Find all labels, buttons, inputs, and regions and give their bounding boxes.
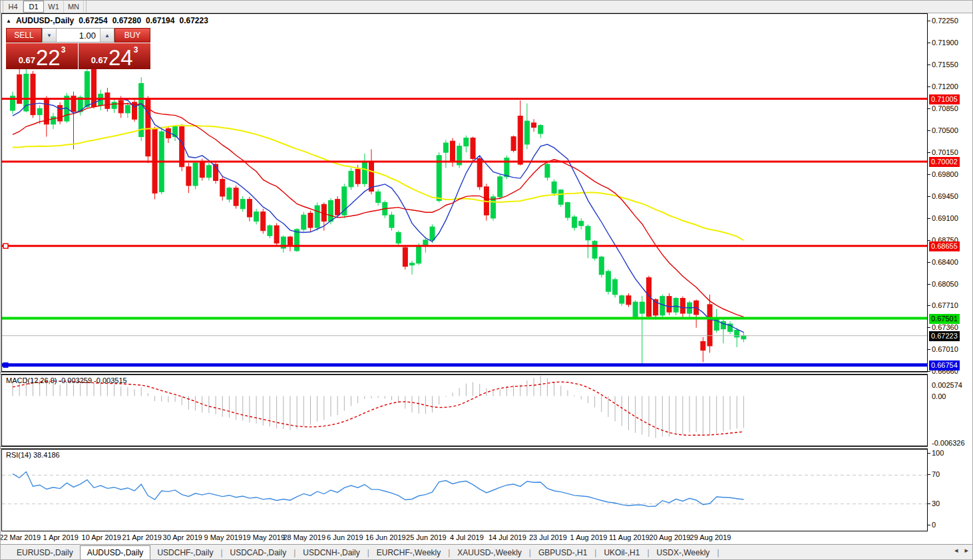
price-tick-label: 0.71900: [932, 39, 958, 47]
volume-decrease-button[interactable]: ▼: [43, 29, 57, 42]
candle: [524, 104, 529, 150]
volume-increase-button[interactable]: ▲: [100, 29, 114, 42]
candle: [342, 184, 347, 218]
candle: [335, 196, 340, 217]
buy-quote-button[interactable]: 0.67 24 3: [79, 43, 150, 69]
chart-ohlc-header: ▲ AUDUSD-,Daily 0.67254 0.67280 0.67194 …: [6, 16, 208, 25]
price-tick-label: 0.71550: [932, 61, 958, 69]
date-tick-label: 1 Aug 2019: [570, 533, 608, 541]
buy-button[interactable]: BUY: [114, 28, 150, 43]
candle: [349, 168, 353, 190]
toolbar-separator: [84, 1, 87, 13]
chart-window: ▲ AUDUSD-,Daily 0.67254 0.67280 0.67194 …: [1, 13, 973, 544]
candle: [51, 113, 56, 129]
candle: [606, 269, 610, 295]
rsi-indicator-panel[interactable]: RSI(14) 38.4186: [1, 449, 928, 531]
axis-tick-mark: [928, 349, 930, 350]
ohlc-close: 0.67223: [179, 16, 208, 25]
price-tick-label: 0.72250: [932, 17, 958, 25]
candle: [498, 174, 502, 200]
candle: [707, 295, 712, 353]
collapse-triangle-icon[interactable]: ▲: [6, 18, 11, 24]
timeframe-button-d1[interactable]: D1: [23, 1, 44, 13]
chart-tab-bar: EURUSD-,DailyAUDUSD-,DailyUSDCHF-,Daily|…: [1, 544, 973, 560]
timeframe-button-w1[interactable]: W1: [44, 1, 64, 13]
timeframe-button-h4[interactable]: H4: [3, 1, 23, 13]
axis-tick-mark: [928, 371, 930, 372]
time-axis[interactable]: 22 Mar 20191 Apr 201910 Apr 201921 Apr 2…: [1, 531, 927, 544]
buy-pips: 24: [108, 48, 133, 68]
chart-tab-usdx[interactable]: USDX-,Weekly: [650, 546, 717, 559]
candle: [186, 163, 191, 193]
tab-scroll-left-icon[interactable]: ◂: [954, 546, 958, 555]
price-tick-label: 0.70150: [932, 148, 958, 156]
chart-tab-usdcad[interactable]: USDCAD-,Daily: [224, 546, 293, 559]
bid-price-badge: 0.67223: [929, 331, 960, 341]
price-tick-label: 0.69450: [932, 192, 958, 200]
axis-tick-mark: [928, 474, 930, 475]
date-tick-label: 11 Aug 2019: [609, 533, 650, 541]
ohlc-low: 0.67194: [146, 16, 174, 25]
candle: [532, 119, 536, 132]
macd-chart-canvas[interactable]: [2, 375, 927, 446]
candle: [44, 96, 49, 136]
candle: [620, 295, 624, 306]
ma-line-mid-red: [13, 104, 743, 317]
candle: [315, 202, 319, 230]
level-price-badge: 0.68655: [929, 241, 960, 251]
macd-signal-line: [13, 381, 743, 435]
candle: [694, 299, 699, 327]
sell-quote-button[interactable]: 0.67 22 3: [6, 43, 78, 69]
macd-indicator-panel[interactable]: MACD(12,26,9) -0.003259 -0.003515: [1, 374, 928, 446]
chart-tab-eurchf[interactable]: EURCHF-,Weekly: [370, 546, 447, 559]
rsi-axis-label: 100: [932, 449, 944, 457]
buy-pipette: 3: [134, 45, 138, 55]
candle: [511, 136, 516, 152]
volume-stepper: ▼ 1.00 ▲: [42, 28, 114, 43]
volume-input[interactable]: 1.00: [57, 29, 100, 42]
price-tick-label: 0.67360: [932, 323, 958, 331]
sell-button[interactable]: SELL: [6, 28, 42, 43]
tab-scroll-right-icon[interactable]: ▸: [964, 546, 968, 555]
axis-tick-mark: [928, 453, 930, 454]
timeframe-button-mn[interactable]: MN: [64, 1, 84, 13]
candle: [457, 143, 462, 168]
chart-tab-ukoil[interactable]: UKOil-,H1: [597, 546, 646, 559]
chart-tab-gbpusd[interactable]: GBPUSD-,H1: [532, 546, 594, 559]
chart-tab-usdchf[interactable]: USDCHF-,Daily: [150, 546, 220, 559]
date-tick-label: 28 May 2019: [283, 533, 325, 541]
date-tick-label: 10 Apr 2019: [82, 533, 121, 541]
price-tick-label: 0.69800: [932, 170, 958, 178]
sell-pipette: 3: [61, 45, 66, 55]
price-axis[interactable]: 0.722500.719000.715500.712000.708500.705…: [928, 13, 973, 544]
rsi-chart-canvas[interactable]: [2, 450, 927, 531]
tab-scroll-buttons: ◂ ▸: [954, 546, 968, 555]
candle: [680, 297, 685, 317]
ohlc-high: 0.67280: [112, 16, 141, 25]
date-tick-label: 16 Jun 2019: [365, 533, 406, 541]
candle: [552, 180, 556, 196]
candle: [572, 215, 577, 231]
level-handle: [3, 362, 8, 367]
chart-tab-audusd[interactable]: AUDUSD-,Daily: [80, 545, 151, 560]
candle: [396, 231, 401, 247]
chart-tab-xauusd[interactable]: XAUUSD-,Weekly: [451, 546, 528, 559]
candle: [173, 126, 178, 142]
macd-label: MACD(12,26,9) -0.003259 -0.003515: [6, 376, 127, 384]
price-tick-label: 0.70850: [932, 104, 958, 112]
level-handle: [3, 243, 8, 248]
chart-tab-usdcnh[interactable]: USDCNH-,Daily: [296, 546, 366, 559]
date-tick-label: 30 Apr 2019: [163, 533, 202, 541]
candle: [491, 194, 496, 221]
date-tick-label: 23 Jul 2019: [529, 533, 567, 541]
axis-tick-mark: [928, 65, 930, 65]
candle: [281, 235, 286, 252]
candle: [558, 190, 563, 207]
axis-tick-mark: [928, 196, 930, 197]
candle: [410, 261, 415, 275]
chart-tab-eurusd[interactable]: EURUSD-,Daily: [10, 546, 80, 559]
price-tick-label: 0.68050: [932, 280, 958, 288]
candle: [592, 240, 597, 261]
candle: [254, 209, 259, 225]
candle: [288, 235, 292, 251]
